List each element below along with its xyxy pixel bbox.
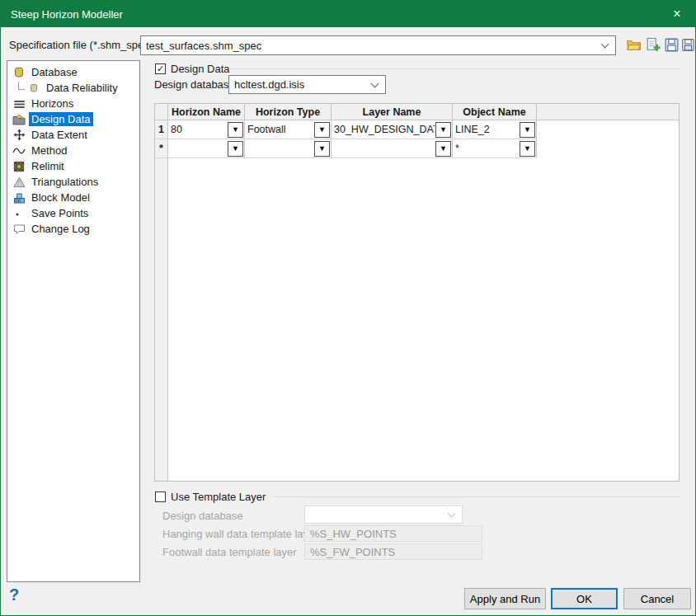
save-icon[interactable] bbox=[664, 37, 680, 53]
spec-file-label: Specification file (*.shm_spec) bbox=[9, 39, 153, 51]
table-cell-horizon-name[interactable]: ▼ bbox=[168, 139, 245, 158]
use-template-layer-checkbox[interactable] bbox=[155, 491, 166, 502]
close-icon[interactable]: × bbox=[659, 1, 695, 27]
design-database-label: Design database bbox=[154, 78, 235, 91]
cell-dropdown-button[interactable]: ▼ bbox=[228, 122, 243, 138]
cell-dropdown-button[interactable]: ▼ bbox=[435, 141, 451, 157]
sidebar-item-relimit[interactable]: Relimit bbox=[7, 158, 139, 174]
horizons-icon bbox=[12, 97, 26, 111]
relimit-icon bbox=[12, 160, 26, 173]
sidebar-item-save-points[interactable]: Save Points bbox=[7, 205, 139, 221]
hanging-wall-template-label: Hanging wall data template layer bbox=[162, 528, 318, 540]
table-corner-cell bbox=[155, 104, 168, 120]
dialog-window: Steep Horizon Modeller × Specification f… bbox=[0, 0, 696, 616]
sidebar-item-triangulations[interactable]: Triangulations bbox=[7, 174, 139, 190]
design-data-icon bbox=[12, 113, 26, 126]
table-cell-layer-name[interactable]: ▼ bbox=[332, 139, 453, 158]
triangulations-icon bbox=[12, 176, 26, 189]
table-row: 180▼Footwall▼30_HW_DESIGN_DATA▼LINE_2▼ bbox=[155, 120, 679, 139]
method-icon bbox=[12, 144, 26, 158]
chevron-down-icon bbox=[601, 40, 609, 49]
sidebar-item-data-reliability[interactable]: Data Reliability bbox=[7, 80, 139, 96]
design-database-value: hcltest.dgd.isis bbox=[229, 78, 369, 91]
title-bar: Steep Horizon Modeller × bbox=[1, 1, 695, 27]
table-cell-horizon-type[interactable]: Footwall▼ bbox=[245, 120, 332, 139]
group-divider bbox=[228, 68, 680, 69]
cell-value: LINE_2 bbox=[453, 124, 519, 135]
database-icon bbox=[12, 66, 26, 79]
cell-dropdown-button[interactable]: ▼ bbox=[228, 141, 243, 157]
row-header-cell[interactable]: * bbox=[155, 139, 168, 158]
horizons-table: Horizon NameHorizon TypeLayer NameObject… bbox=[154, 103, 680, 482]
sidebar-item-method[interactable]: Method bbox=[7, 143, 139, 158]
row-header-gutter bbox=[155, 158, 168, 481]
change-log-icon bbox=[12, 223, 26, 236]
chevron-down-icon bbox=[448, 510, 456, 518]
template-design-database-combobox bbox=[304, 505, 463, 524]
column-header-horizon-type[interactable]: Horizon Type bbox=[245, 104, 332, 120]
spec-file-combobox[interactable]: test_surfaces.shm_spec bbox=[140, 35, 616, 55]
cell-dropdown-button[interactable]: ▼ bbox=[520, 122, 535, 138]
column-header-object-name[interactable]: Object Name bbox=[453, 104, 537, 120]
cancel-button[interactable]: Cancel bbox=[623, 588, 691, 609]
use-template-layer-label: Use Template Layer bbox=[171, 491, 266, 503]
cell-dropdown-button[interactable]: ▼ bbox=[314, 122, 330, 138]
window-title: Steep Horizon Modeller bbox=[1, 8, 659, 21]
data-extent-icon bbox=[12, 129, 26, 142]
sidebar-item-block-model[interactable]: Block Model bbox=[7, 190, 139, 205]
data-reliability-icon bbox=[27, 82, 40, 95]
cell-value: Footwall bbox=[245, 124, 313, 135]
table-header-row: Horizon NameHorizon TypeLayer NameObject… bbox=[155, 104, 679, 120]
cell-value: 30_HW_DESIGN_DATA bbox=[332, 124, 435, 135]
tree-branch-line bbox=[18, 82, 25, 90]
sidebar-item-data-extent[interactable]: Data Extent bbox=[7, 127, 139, 143]
design-data-checkbox-label: Design Data bbox=[171, 63, 230, 75]
sidebar-item-horizons[interactable]: Horizons bbox=[7, 96, 139, 111]
hanging-wall-template-field: %S_HW_POINTS bbox=[304, 525, 482, 542]
chevron-down-icon bbox=[371, 79, 379, 87]
design-database-combobox[interactable]: hcltest.dgd.isis bbox=[228, 75, 386, 94]
table-cell-layer-name[interactable]: 30_HW_DESIGN_DATA▼ bbox=[332, 120, 453, 139]
sidebar-item-label: Method bbox=[29, 143, 69, 158]
save-points-icon bbox=[12, 207, 26, 220]
table-row: *▼▼▼*▼ bbox=[155, 139, 679, 158]
sidebar-item-label: Block Model bbox=[29, 190, 92, 205]
sidebar-item-label: Data Extent bbox=[29, 128, 90, 142]
new-file-icon[interactable] bbox=[645, 37, 661, 53]
open-folder-icon[interactable] bbox=[626, 37, 642, 53]
cell-dropdown-button[interactable]: ▼ bbox=[435, 122, 451, 138]
help-icon[interactable]: ? bbox=[9, 585, 19, 604]
sidebar-item-label: Horizons bbox=[29, 96, 76, 111]
sidebar-item-label: Relimit bbox=[29, 159, 67, 173]
row-header-cell[interactable]: 1 bbox=[155, 120, 168, 139]
table-cell-horizon-name[interactable]: 80▼ bbox=[168, 120, 245, 139]
save-as-icon[interactable] bbox=[680, 37, 696, 53]
group-divider bbox=[273, 496, 680, 497]
cell-dropdown-button[interactable]: ▼ bbox=[520, 141, 535, 157]
table-cell-object-name[interactable]: *▼ bbox=[453, 139, 537, 158]
cell-dropdown-button[interactable]: ▼ bbox=[314, 141, 330, 157]
ok-button[interactable]: OK bbox=[551, 588, 618, 609]
table-cell-object-name[interactable]: LINE_2▼ bbox=[453, 120, 537, 139]
column-header-horizon-name[interactable]: Horizon Name bbox=[168, 104, 245, 120]
table-cell-horizon-type[interactable]: ▼ bbox=[245, 139, 332, 158]
column-header-layer-name[interactable]: Layer Name bbox=[332, 104, 453, 120]
sidebar-tree: DatabaseData ReliabilityHorizonsDesign D… bbox=[7, 60, 140, 582]
sidebar-item-label: Data Reliability bbox=[44, 81, 120, 95]
cell-value: * bbox=[453, 143, 519, 154]
apply-and-run-button[interactable]: Apply and Run bbox=[464, 588, 546, 609]
header-filler bbox=[537, 104, 679, 120]
sidebar-item-label: Design Data bbox=[29, 112, 93, 126]
cell-value: 80 bbox=[168, 124, 227, 135]
footwall-template-field: %S_FW_POINTS bbox=[304, 543, 482, 560]
sidebar-item-label: Save Points bbox=[29, 206, 91, 220]
spec-file-value: test_surfaces.shm_spec bbox=[141, 40, 599, 52]
footwall-template-label: Footwall data template layer bbox=[162, 546, 297, 558]
sidebar-item-change-log[interactable]: Change Log bbox=[7, 221, 139, 237]
template-design-database-label: Design database bbox=[162, 510, 243, 522]
sidebar-item-design-data[interactable]: Design Data bbox=[7, 111, 139, 127]
sidebar-item-label: Change Log bbox=[29, 222, 92, 236]
sidebar-item-database[interactable]: Database bbox=[7, 64, 139, 80]
design-data-checkbox[interactable]: ✓ bbox=[155, 63, 166, 74]
sidebar-item-label: Triangulations bbox=[29, 175, 101, 189]
